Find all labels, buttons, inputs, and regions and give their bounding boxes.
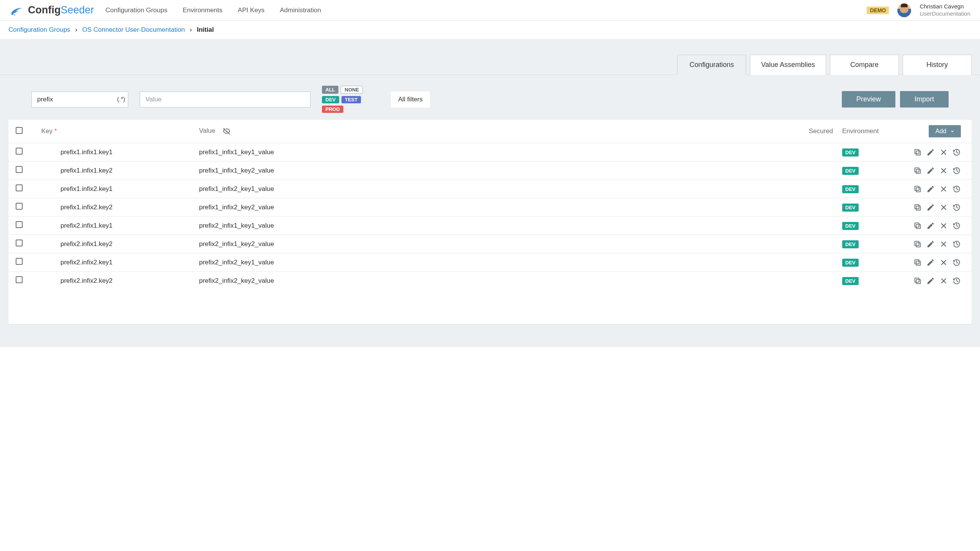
table-row: prefix1.infix2.key1prefix1_infix2_key1_v… bbox=[8, 180, 972, 198]
nav-api-keys[interactable]: API Keys bbox=[238, 7, 265, 14]
visibility-off-icon[interactable] bbox=[222, 127, 231, 135]
copy-icon[interactable] bbox=[913, 166, 922, 175]
close-icon[interactable] bbox=[939, 166, 948, 175]
env-chip-group: ALL NONE DEV TEST PROD bbox=[322, 86, 379, 113]
col-secured[interactable]: Secured bbox=[809, 127, 833, 135]
edit-icon[interactable] bbox=[926, 203, 935, 212]
nav-administration[interactable]: Administration bbox=[280, 7, 321, 14]
col-value[interactable]: Value bbox=[199, 127, 215, 134]
cell-value: prefix2_infix2_key2_value bbox=[194, 272, 795, 290]
history-icon[interactable] bbox=[952, 258, 961, 267]
value-filter-input[interactable] bbox=[140, 91, 310, 108]
env-badge: DEV bbox=[842, 240, 859, 248]
history-icon[interactable] bbox=[952, 222, 961, 230]
key-filter-input[interactable] bbox=[31, 91, 128, 108]
row-checkbox[interactable] bbox=[16, 276, 23, 283]
chip-all[interactable]: ALL bbox=[322, 86, 338, 94]
env-badge: DEV bbox=[842, 204, 859, 212]
tab-history[interactable]: History bbox=[903, 55, 972, 75]
history-icon[interactable] bbox=[952, 148, 961, 156]
copy-icon[interactable] bbox=[913, 277, 922, 285]
user-tenant: UserDocumentation bbox=[920, 10, 970, 18]
close-icon[interactable] bbox=[939, 240, 948, 248]
env-badge: DEV bbox=[842, 148, 859, 156]
edit-icon[interactable] bbox=[926, 258, 935, 267]
preview-button[interactable]: Preview bbox=[842, 91, 895, 108]
history-icon[interactable] bbox=[952, 203, 961, 212]
crumb-group[interactable]: OS Connector User-Documentation bbox=[82, 26, 185, 33]
cell-value: prefix1_infix1_key1_value bbox=[194, 143, 795, 161]
tab-compare[interactable]: Compare bbox=[830, 55, 899, 75]
user-name: Christian Cavegn bbox=[920, 3, 970, 10]
cell-value: prefix2_infix2_key1_value bbox=[194, 253, 795, 272]
brand-name: ConfigSeeder bbox=[28, 4, 94, 16]
cell-key: prefix2.infix2.key1 bbox=[30, 253, 194, 272]
add-button[interactable]: Add bbox=[929, 125, 961, 137]
cell-secured bbox=[795, 198, 838, 217]
row-checkbox[interactable] bbox=[16, 184, 23, 191]
row-checkbox[interactable] bbox=[16, 258, 23, 265]
crumb-configuration-groups[interactable]: Configuration Groups bbox=[8, 26, 70, 33]
edit-icon[interactable] bbox=[926, 240, 935, 248]
history-icon[interactable] bbox=[952, 240, 961, 248]
select-all-checkbox[interactable] bbox=[16, 127, 23, 134]
close-icon[interactable] bbox=[939, 203, 948, 212]
chevron-right-icon: › bbox=[75, 26, 77, 33]
close-icon[interactable] bbox=[939, 222, 948, 230]
chip-prod[interactable]: PROD bbox=[322, 106, 343, 113]
close-icon[interactable] bbox=[939, 258, 948, 267]
history-icon[interactable] bbox=[952, 277, 961, 285]
tab-configurations[interactable]: Configurations bbox=[677, 55, 746, 75]
copy-icon[interactable] bbox=[913, 222, 922, 230]
filter-row: (.*) ALL NONE DEV TEST PROD All filters … bbox=[8, 86, 972, 120]
table-row: prefix1.infix1.key1prefix1_infix1_key1_v… bbox=[8, 143, 972, 161]
regex-toggle[interactable]: (.*) bbox=[117, 96, 125, 103]
cell-secured bbox=[795, 235, 838, 253]
all-filters-button[interactable]: All filters bbox=[391, 91, 430, 108]
nav-environments[interactable]: Environments bbox=[183, 7, 222, 14]
row-checkbox[interactable] bbox=[16, 240, 23, 246]
close-icon[interactable] bbox=[939, 185, 948, 193]
cell-key: prefix1.infix2.key2 bbox=[30, 198, 194, 217]
edit-icon[interactable] bbox=[926, 185, 935, 193]
tab-strip: Configurations Value Assemblies Compare … bbox=[0, 39, 980, 75]
close-icon[interactable] bbox=[939, 277, 948, 285]
table-row: prefix1.infix2.key2prefix1_infix2_key2_v… bbox=[8, 198, 972, 217]
row-checkbox[interactable] bbox=[16, 221, 23, 228]
brand-logo[interactable]: ConfigSeeder bbox=[10, 4, 94, 16]
edit-icon[interactable] bbox=[926, 222, 935, 230]
copy-icon[interactable] bbox=[913, 148, 922, 156]
history-icon[interactable] bbox=[952, 166, 961, 175]
chevron-down-icon bbox=[950, 129, 955, 134]
col-key[interactable]: Key bbox=[41, 127, 52, 135]
row-checkbox[interactable] bbox=[16, 203, 23, 210]
row-checkbox[interactable] bbox=[16, 148, 23, 155]
chevron-right-icon: › bbox=[190, 26, 192, 33]
edit-icon[interactable] bbox=[926, 277, 935, 285]
copy-icon[interactable] bbox=[913, 203, 922, 212]
copy-icon[interactable] bbox=[913, 240, 922, 248]
chip-dev[interactable]: DEV bbox=[322, 96, 339, 103]
row-checkbox[interactable] bbox=[16, 166, 23, 173]
import-button[interactable]: Import bbox=[900, 91, 949, 108]
chip-none[interactable]: NONE bbox=[341, 86, 363, 94]
config-table-panel: Key * Value Secured Environment Add bbox=[8, 120, 972, 324]
edit-icon[interactable] bbox=[926, 148, 935, 156]
close-icon[interactable] bbox=[939, 148, 948, 156]
copy-icon[interactable] bbox=[913, 185, 922, 193]
table-row: prefix2.infix1.key1prefix2_infix1_key1_v… bbox=[8, 217, 972, 235]
cell-key: prefix2.infix1.key2 bbox=[30, 235, 194, 253]
cell-key: prefix2.infix1.key1 bbox=[30, 217, 194, 235]
nav-configuration-groups[interactable]: Configuration Groups bbox=[106, 7, 168, 14]
cell-key: prefix1.infix1.key2 bbox=[30, 161, 194, 180]
user-avatar[interactable] bbox=[897, 3, 911, 17]
edit-icon[interactable] bbox=[926, 166, 935, 175]
history-icon[interactable] bbox=[952, 185, 961, 193]
env-badge: DEV bbox=[842, 222, 859, 230]
copy-icon[interactable] bbox=[913, 258, 922, 267]
tab-value-assemblies[interactable]: Value Assemblies bbox=[750, 55, 826, 75]
chip-test[interactable]: TEST bbox=[341, 96, 361, 103]
user-block[interactable]: Christian Cavegn UserDocumentation bbox=[920, 3, 970, 18]
env-badge: DEV bbox=[842, 259, 859, 267]
col-environment[interactable]: Environment bbox=[842, 127, 879, 135]
